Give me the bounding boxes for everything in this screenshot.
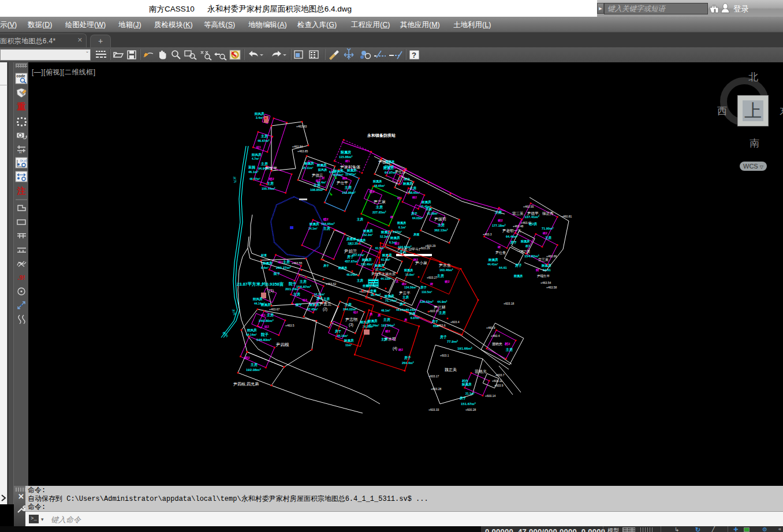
svg-text:192.08m²: 192.08m² xyxy=(246,368,261,372)
svg-text:+603.37: +603.37 xyxy=(428,309,439,313)
svg-text:永和镇备防疫站: 永和镇备防疫站 xyxy=(367,133,396,138)
svg-text:魏正美: 魏正美 xyxy=(445,368,457,372)
svg-text:主房: 主房 xyxy=(344,185,352,190)
svg-text:院子: 院子 xyxy=(296,303,303,307)
svg-text:阳风房: 阳风房 xyxy=(247,328,257,332)
svg-text:主房: 主房 xyxy=(383,317,390,322)
svg-text:硅1: 硅1 xyxy=(278,260,283,264)
svg-text:尹云半: 尹云半 xyxy=(399,291,411,295)
svg-text:主房: 主房 xyxy=(438,310,446,315)
svg-text:硅1: 硅1 xyxy=(256,145,261,149)
svg-text:房子: 房子 xyxy=(510,241,517,245)
svg-text:+463.55: +463.55 xyxy=(523,205,534,208)
svg-text:主房: 主房 xyxy=(299,279,307,284)
svg-text:151.67m²: 151.67m² xyxy=(461,402,476,406)
svg-text:14.1m²: 14.1m² xyxy=(308,227,318,230)
svg-text:注: 注 xyxy=(17,186,26,196)
svg-text:+463.54: +463.54 xyxy=(540,281,551,284)
svg-text:230.27m²: 230.27m² xyxy=(276,266,291,269)
svg-text:尹四根,四兄弟: 尹四根,四兄弟 xyxy=(233,382,259,387)
svg-text:177.18m²: 177.18m² xyxy=(492,224,506,227)
svg-text:附属房: 附属房 xyxy=(397,221,406,225)
svg-text:硅1: 硅1 xyxy=(260,313,266,317)
svg-text:主房: 主房 xyxy=(437,274,444,278)
svg-text:砖2: 砖2 xyxy=(342,177,347,180)
svg-text:房子: 房子 xyxy=(439,335,447,339)
svg-text:附属房: 附属房 xyxy=(489,258,498,262)
svg-text:尹端生平: 尹端生平 xyxy=(537,274,550,278)
svg-text:附属房: 附属房 xyxy=(362,258,372,262)
svg-text:附属房: 附属房 xyxy=(521,239,530,243)
svg-text:阳房: 阳房 xyxy=(409,312,415,316)
svg-text:房: 房 xyxy=(369,312,372,316)
svg-text:+463.84: +463.84 xyxy=(292,145,303,148)
svg-text:64.03m²: 64.03m² xyxy=(412,216,423,220)
svg-text:+463.67: +463.67 xyxy=(269,308,279,311)
svg-text:砖2: 砖2 xyxy=(385,329,390,333)
svg-text:44.41m²: 44.41m² xyxy=(487,263,498,266)
svg-text:71.90m²: 71.90m² xyxy=(542,227,554,230)
svg-text:房子: 房子 xyxy=(404,355,411,360)
svg-text:硅3: 硅3 xyxy=(302,298,307,302)
svg-text:尹四根: 尹四根 xyxy=(275,342,289,347)
svg-text:+463.83: +463.83 xyxy=(296,125,307,128)
svg-text:61.88m²: 61.88m² xyxy=(427,212,438,215)
svg-text:房屋: 房屋 xyxy=(413,233,420,237)
svg-text:主房: 主房 xyxy=(437,223,445,227)
svg-text:主房: 主房 xyxy=(293,292,300,297)
svg-text:主房: 主房 xyxy=(375,205,383,209)
svg-text:+463.5: +463.5 xyxy=(285,324,294,327)
svg-text:240.80m²: 240.80m² xyxy=(259,319,274,323)
svg-text:+603.17: +603.17 xyxy=(428,374,439,378)
svg-text:+463.48: +463.48 xyxy=(513,224,523,228)
svg-text:砖1: 砖1 xyxy=(345,159,350,163)
svg-text:房子: 房子 xyxy=(459,396,467,400)
svg-text:村2: 村2 xyxy=(504,342,510,346)
svg-text:主房: 主房 xyxy=(266,313,274,317)
svg-text:主房: 主房 xyxy=(545,236,552,240)
svg-text:4.7m²: 4.7m² xyxy=(252,157,259,160)
svg-text:砖2: 砖2 xyxy=(412,196,417,199)
svg-text:阳风房: 阳风房 xyxy=(318,168,327,172)
svg-text:144.65m²: 144.65m² xyxy=(321,222,335,226)
svg-text:主房: 主房 xyxy=(323,226,330,231)
svg-text:房子: 房子 xyxy=(411,212,418,216)
svg-text:134.56m²: 134.56m² xyxy=(404,286,417,289)
svg-text:+603.18: +603.18 xyxy=(504,302,514,305)
svg-text:主房: 主房 xyxy=(250,362,258,367)
svg-text:457.67m²: 457.67m² xyxy=(352,253,365,257)
svg-text:尹三泉: 尹三泉 xyxy=(374,200,386,204)
svg-text:12.67m²: 12.67m² xyxy=(345,173,356,176)
svg-text:46.1m²: 46.1m² xyxy=(381,309,390,312)
svg-text:H: H xyxy=(19,151,21,154)
svg-text:12.9m²: 12.9m² xyxy=(385,164,394,168)
svg-text:44.14m²: 44.14m² xyxy=(246,333,257,336)
svg-text:52.3m²: 52.3m² xyxy=(380,235,389,238)
svg-text:尹水生: 尹水生 xyxy=(439,263,451,268)
svg-text:46.1m²: 46.1m² xyxy=(248,170,259,174)
svg-text:房子: 房子 xyxy=(514,263,522,268)
svg-text:71.77m²: 71.77m² xyxy=(385,299,397,302)
svg-text:154.82m²: 154.82m² xyxy=(524,254,539,258)
svg-text:苗艳光: 苗艳光 xyxy=(492,342,502,346)
svg-text:附属房: 附属房 xyxy=(341,150,351,155)
svg-text:附属房: 附属房 xyxy=(304,162,314,166)
svg-text:+460.4: +460.4 xyxy=(491,334,500,338)
svg-text:硅2: 硅2 xyxy=(369,190,375,194)
svg-text:登录: 登录 xyxy=(733,5,748,13)
svg-text:院子: 院子 xyxy=(274,272,281,276)
svg-text:附属房: 附属房 xyxy=(363,229,373,233)
svg-text:主房: 主房 xyxy=(323,297,330,301)
svg-text:64.46m²: 64.46m² xyxy=(506,235,518,238)
svg-text:163.46m²: 163.46m² xyxy=(439,268,453,272)
svg-text:砖2: 砖2 xyxy=(542,231,547,235)
svg-text:191.66m²: 191.66m² xyxy=(457,347,472,350)
svg-text:尹国苟: 尹国苟 xyxy=(434,217,446,222)
svg-text:8.4m²: 8.4m² xyxy=(261,266,269,269)
svg-text:11m²: 11m² xyxy=(345,343,352,347)
svg-text:87.45m²: 87.45m² xyxy=(307,308,318,311)
svg-text:+463.62: +463.62 xyxy=(326,282,336,286)
svg-text:附属房: 附属房 xyxy=(347,168,357,173)
svg-text:194.65m²: 194.65m² xyxy=(398,245,412,249)
svg-text:硅2: 硅2 xyxy=(244,356,250,360)
